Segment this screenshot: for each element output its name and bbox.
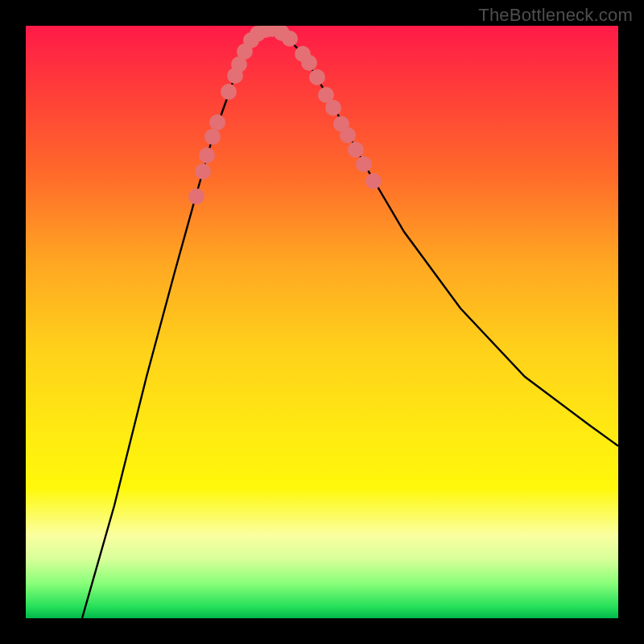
- outer-frame: TheBottleneck.com: [0, 0, 644, 644]
- data-marker: [356, 156, 372, 172]
- data-marker: [365, 173, 382, 189]
- data-marker: [282, 31, 298, 47]
- source-credit: TheBottleneck.com: [478, 5, 633, 26]
- data-marker: [188, 188, 204, 204]
- data-marker: [195, 163, 211, 180]
- data-marker: [340, 127, 356, 143]
- chart-svg: [26, 26, 618, 618]
- data-marker: [221, 84, 237, 100]
- data-marker: [209, 114, 225, 130]
- data-marker: [301, 55, 317, 71]
- data-marker: [348, 142, 364, 158]
- data-marker: [325, 100, 341, 116]
- data-marker: [199, 147, 215, 163]
- data-marker: [309, 69, 325, 85]
- marker-layer: [188, 26, 382, 204]
- data-marker: [204, 129, 221, 145]
- plot-area: [26, 26, 618, 618]
- bottleneck-curve: [82, 29, 618, 618]
